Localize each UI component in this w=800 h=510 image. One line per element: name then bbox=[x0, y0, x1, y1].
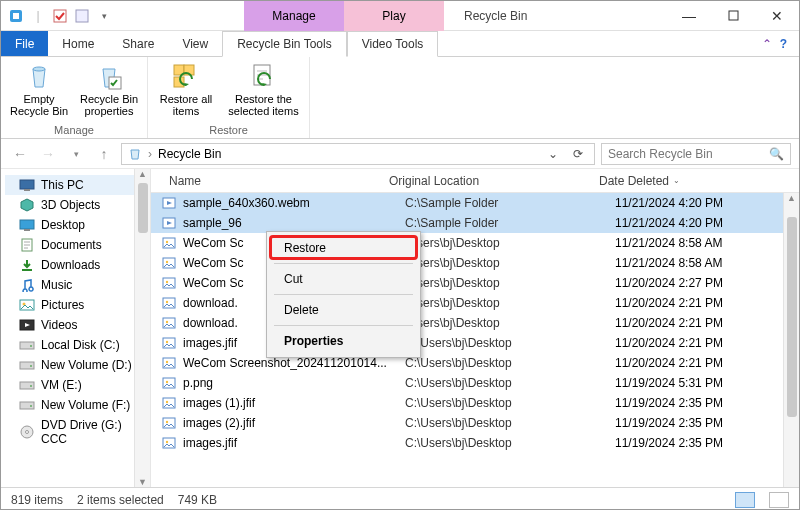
maximize-button[interactable] bbox=[711, 1, 755, 30]
qat-dropdown-icon[interactable] bbox=[73, 7, 91, 25]
scroll-up-icon[interactable]: ▲ bbox=[138, 169, 147, 179]
file-row[interactable]: WeCom Sc \Users\bj\Desktop11/20/2024 2:2… bbox=[151, 273, 799, 293]
sort-indicator-icon: ⌄ bbox=[673, 176, 680, 185]
tab-file[interactable]: File bbox=[1, 31, 48, 56]
file-row[interactable]: images.jfifC:\Users\bj\Desktop11/20/2024… bbox=[151, 333, 799, 353]
qat-properties-icon[interactable] bbox=[51, 7, 69, 25]
file-row[interactable]: download. \Users\bj\Desktop11/20/2024 2:… bbox=[151, 293, 799, 313]
tab-video-tools[interactable]: Video Tools bbox=[347, 31, 439, 57]
nav-item-new-volume-d-[interactable]: New Volume (D:) bbox=[5, 355, 146, 375]
file-original-location: \Users\bj\Desktop bbox=[397, 316, 607, 330]
empty-recycle-bin-button[interactable]: Empty Recycle Bin bbox=[9, 61, 69, 124]
nav-item-3d-objects[interactable]: 3D Objects bbox=[5, 195, 146, 215]
nav-history-dropdown[interactable]: ▾ bbox=[65, 143, 87, 165]
file-row[interactable]: sample_96C:\Sample Folder11/21/2024 4:20… bbox=[151, 213, 799, 233]
nav-item-label: Desktop bbox=[41, 218, 85, 232]
address-bar[interactable]: › Recycle Bin ⌄ ⟳ bbox=[121, 143, 595, 165]
file-row[interactable]: images.jfifC:\Users\bj\Desktop11/19/2024… bbox=[151, 433, 799, 453]
restore-all-items-button[interactable]: Restore all items bbox=[156, 61, 216, 124]
context-menu-properties[interactable]: Properties bbox=[270, 328, 417, 354]
nav-scrollbar[interactable]: ▲ ▼ bbox=[134, 169, 150, 487]
nav-item-new-volume-f-[interactable]: New Volume (F:) bbox=[5, 395, 146, 415]
breadcrumb-separator-icon[interactable]: › bbox=[148, 147, 152, 161]
restore-all-label: Restore all items bbox=[156, 93, 216, 117]
dvd-icon bbox=[19, 425, 35, 439]
nav-item-documents[interactable]: Documents bbox=[5, 235, 146, 255]
ribbon-group-restore: Restore all items Restore the selected i… bbox=[148, 57, 310, 138]
file-row[interactable]: WeCom Screenshot_202411201014...C:\Users… bbox=[151, 353, 799, 373]
nav-item-label: Downloads bbox=[41, 258, 100, 272]
search-box[interactable]: Search Recycle Bin 🔍 bbox=[601, 143, 791, 165]
context-menu-delete[interactable]: Delete bbox=[270, 297, 417, 323]
context-tab-play[interactable]: Play bbox=[344, 1, 444, 31]
context-menu-cut[interactable]: Cut bbox=[270, 266, 417, 292]
close-button[interactable]: ✕ bbox=[755, 1, 799, 30]
nav-forward-button[interactable]: → bbox=[37, 143, 59, 165]
svg-rect-12 bbox=[24, 189, 30, 191]
svg-rect-2 bbox=[54, 10, 66, 22]
nav-item-pictures[interactable]: Pictures bbox=[5, 295, 146, 315]
file-row[interactable]: images (2).jfifC:\Users\bj\Desktop11/19/… bbox=[151, 413, 799, 433]
help-icon[interactable]: ? bbox=[780, 37, 787, 51]
scrollbar-thumb[interactable] bbox=[138, 183, 148, 233]
file-row[interactable]: download. \Users\bj\Desktop11/20/2024 2:… bbox=[151, 313, 799, 333]
pc-icon bbox=[19, 178, 35, 192]
nav-item-vm-e-[interactable]: VM (E:) bbox=[5, 375, 146, 395]
minimize-button[interactable]: — bbox=[667, 1, 711, 30]
title-bar: | ▾ Manage Play Recycle Bin — ✕ bbox=[1, 1, 799, 31]
file-date-deleted: 11/21/2024 8:58 AM bbox=[607, 236, 799, 250]
tab-share[interactable]: Share bbox=[108, 31, 168, 56]
refresh-button[interactable]: ⟳ bbox=[568, 147, 588, 161]
file-row[interactable]: images (1).jfifC:\Users\bj\Desktop11/19/… bbox=[151, 393, 799, 413]
nav-item-videos[interactable]: Videos bbox=[5, 315, 146, 335]
nav-up-button[interactable]: ↑ bbox=[93, 143, 115, 165]
context-menu-restore[interactable]: Restore bbox=[270, 235, 417, 261]
nav-item-music[interactable]: Music bbox=[5, 275, 146, 295]
svg-point-29 bbox=[26, 431, 29, 434]
nav-item-downloads[interactable]: Downloads bbox=[5, 255, 146, 275]
recycle-bin-empty-icon bbox=[23, 63, 55, 91]
file-scrollbar[interactable]: ▲ bbox=[783, 193, 799, 487]
address-recycle-bin-icon bbox=[128, 147, 142, 161]
nav-item-label: This PC bbox=[41, 178, 84, 192]
file-row[interactable]: sample_640x360.webmC:\Sample Folder11/21… bbox=[151, 193, 799, 213]
qat-menu-chevron-icon[interactable]: ▾ bbox=[95, 7, 113, 25]
scroll-down-icon[interactable]: ▼ bbox=[138, 477, 147, 487]
ribbon-collapse-icon[interactable]: ⌃ bbox=[762, 37, 772, 51]
context-menu-separator bbox=[274, 294, 413, 295]
view-large-icons-button[interactable] bbox=[769, 492, 789, 508]
context-tab-manage[interactable]: Manage bbox=[244, 1, 344, 31]
file-type-icon bbox=[161, 235, 177, 251]
recycle-bin-properties-button[interactable]: Recycle Bin properties bbox=[79, 61, 139, 124]
nav-item-desktop[interactable]: Desktop bbox=[5, 215, 146, 235]
column-header-name[interactable]: Name bbox=[161, 174, 381, 188]
svg-point-49 bbox=[166, 401, 168, 403]
breadcrumb-recycle-bin[interactable]: Recycle Bin bbox=[158, 147, 221, 161]
nav-item-dvd-drive-g-ccc[interactable]: DVD Drive (G:) CCC bbox=[5, 415, 146, 449]
file-type-icon bbox=[161, 255, 177, 271]
file-original-location: \Users\bj\Desktop bbox=[397, 296, 607, 310]
column-header-original-location[interactable]: Original Location bbox=[381, 174, 591, 188]
tab-home[interactable]: Home bbox=[48, 31, 108, 56]
nav-item-this-pc[interactable]: This PC bbox=[5, 175, 146, 195]
tab-view[interactable]: View bbox=[168, 31, 222, 56]
tab-recycle-bin-tools[interactable]: Recycle Bin Tools bbox=[222, 31, 347, 57]
restore-all-icon bbox=[170, 63, 202, 91]
nav-back-button[interactable]: ← bbox=[9, 143, 31, 165]
file-row[interactable]: p.pngC:\Users\bj\Desktop11/19/2024 5:31 … bbox=[151, 373, 799, 393]
scrollbar-thumb[interactable] bbox=[787, 217, 797, 417]
column-headers: Name Original Location Date Deleted ⌄ bbox=[151, 169, 799, 193]
file-row[interactable]: WeCom Sc \Users\bj\Desktop11/21/2024 8:5… bbox=[151, 233, 799, 253]
search-placeholder: Search Recycle Bin bbox=[608, 147, 713, 161]
file-type-icon bbox=[161, 195, 177, 211]
restore-selected-items-button[interactable]: Restore the selected items bbox=[226, 61, 301, 124]
svg-rect-24 bbox=[20, 382, 34, 389]
view-details-button[interactable] bbox=[735, 492, 755, 508]
address-dropdown-icon[interactable]: ⌄ bbox=[544, 147, 562, 161]
svg-point-51 bbox=[166, 421, 168, 423]
nav-item-local-disk-c-[interactable]: Local Disk (C:) bbox=[5, 335, 146, 355]
file-date-deleted: 11/20/2024 2:21 PM bbox=[607, 296, 799, 310]
scroll-up-icon[interactable]: ▲ bbox=[787, 193, 796, 203]
file-row[interactable]: WeCom Sc \Users\bj\Desktop11/21/2024 8:5… bbox=[151, 253, 799, 273]
column-header-date-deleted[interactable]: Date Deleted ⌄ bbox=[591, 174, 799, 188]
